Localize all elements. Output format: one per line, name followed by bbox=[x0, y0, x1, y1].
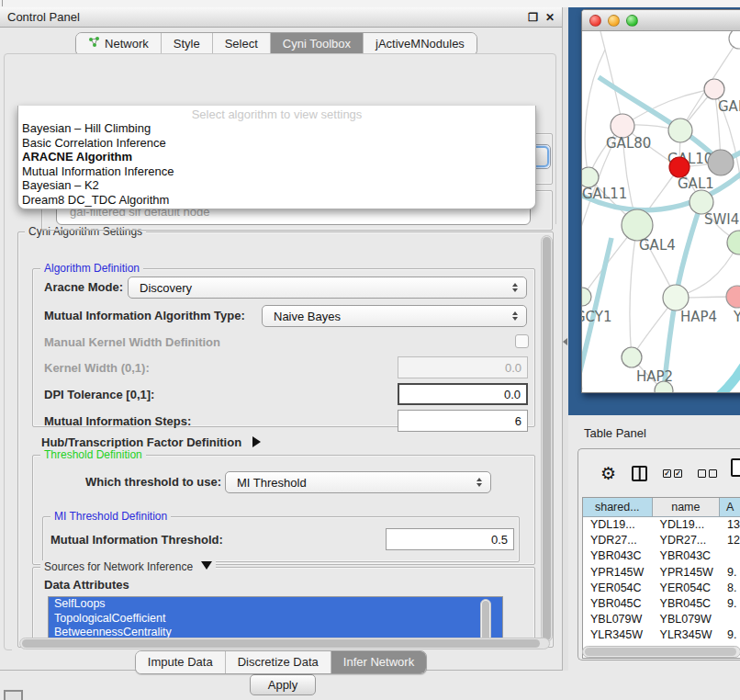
mi-steps-field[interactable]: 6 bbox=[398, 410, 528, 432]
network-node-hap2[interactable] bbox=[622, 347, 642, 367]
table-cell: 13 bbox=[720, 517, 740, 533]
algorithm-option[interactable]: Mutual Information Inference bbox=[18, 164, 535, 179]
close-icon[interactable]: ✕ bbox=[545, 12, 555, 23]
network-node-gal[interactable] bbox=[704, 79, 724, 99]
table-cell: 8. bbox=[720, 581, 740, 596]
which-threshold-value: MI Threshold bbox=[237, 476, 307, 490]
dpi-tolerance-field[interactable]: 0.0 bbox=[398, 383, 528, 405]
network-window-titlebar[interactable] bbox=[582, 10, 740, 31]
table-row[interactable]: YBR043CYBR043C bbox=[583, 548, 740, 564]
column-header[interactable]: shared... bbox=[583, 498, 653, 516]
table-row[interactable]: YER054CYER054C8. bbox=[583, 581, 740, 596]
tab-label: Style bbox=[174, 37, 200, 51]
table-cell: YPR145W bbox=[653, 565, 721, 581]
mi-type-combobox[interactable]: Naive Bayes bbox=[262, 305, 527, 327]
tab-style[interactable]: Style bbox=[161, 33, 212, 55]
tab-network[interactable]: Network bbox=[76, 33, 161, 55]
table-cell: 12 bbox=[720, 533, 740, 548]
network-edge[interactable] bbox=[630, 225, 637, 357]
network-node-hap4[interactable] bbox=[663, 285, 689, 310]
close-traffic-icon[interactable] bbox=[589, 15, 601, 27]
column-header[interactable]: A bbox=[720, 498, 740, 516]
network-node-y[interactable] bbox=[726, 286, 740, 308]
expand-right-icon[interactable] bbox=[252, 436, 261, 447]
algorithm-option[interactable]: Dream8 DC_TDC Algorithm bbox=[18, 193, 535, 208]
partial-icon[interactable] bbox=[4, 690, 23, 700]
tab-impute-data[interactable]: Impute Data bbox=[136, 651, 225, 673]
network-node-gal4[interactable] bbox=[622, 209, 653, 241]
node-label: HAP4 bbox=[680, 309, 717, 325]
algorithm-definition-groupbox: Algorithm Definition Aracne Mode: Discov… bbox=[32, 268, 535, 427]
deselect-all-icon[interactable] bbox=[698, 469, 717, 478]
combo-arrows-icon bbox=[512, 311, 518, 321]
table-row[interactable]: YPR145WYPR145W9. bbox=[583, 565, 740, 581]
network-graph-canvas[interactable]: GALGAL80GAL10GAL1GAL11SWI4GAL4GCY1HAP4YH… bbox=[582, 31, 740, 393]
network-edge[interactable] bbox=[700, 355, 740, 393]
hub-definition-label[interactable]: Hub/Transcription Factor Definition bbox=[41, 435, 261, 449]
sources-title[interactable]: Sources for Network Inference bbox=[40, 560, 216, 573]
network-node[interactable] bbox=[708, 150, 734, 175]
node-label: GAL80 bbox=[606, 135, 651, 152]
network-node-gal10[interactable] bbox=[668, 119, 692, 142]
settings-horizontal-scrollbar[interactable] bbox=[19, 638, 550, 649]
bottom-tabbar: Impute DataDiscretize DataInfer Network bbox=[0, 650, 562, 674]
dpi-tolerance-value: 0.0 bbox=[504, 388, 521, 401]
mi-threshold-label: Mutual Information Threshold: bbox=[50, 533, 223, 547]
table-row[interactable]: YLR345WYLR345W9. bbox=[583, 627, 740, 643]
manual-kernel-label: Manual Kernel Width Definition bbox=[44, 335, 220, 349]
table-header[interactable]: shared...nameA bbox=[583, 498, 740, 517]
attribute-list-item[interactable]: SelfLoops bbox=[49, 597, 502, 612]
float-icon[interactable]: ❐ bbox=[528, 12, 538, 23]
tab-select[interactable]: Select bbox=[212, 33, 270, 55]
tab-infer-network[interactable]: Infer Network bbox=[331, 651, 426, 673]
algorithm-option[interactable]: Bayesian – Hill Climbing bbox=[18, 121, 535, 136]
attribute-list-item[interactable]: TopologicalCoefficient bbox=[49, 612, 502, 627]
new-table-icon[interactable] bbox=[731, 458, 740, 477]
data-attributes-label: Data Attributes bbox=[44, 578, 129, 592]
algorithm-option[interactable]: ARACNE Algorithm bbox=[18, 150, 535, 164]
table-row[interactable]: YBR045CYBR045C9. bbox=[583, 596, 740, 612]
tab-discretize-data[interactable]: Discretize Data bbox=[225, 651, 331, 673]
collapse-down-icon[interactable] bbox=[201, 561, 212, 570]
algorithm-option[interactable]: Basic Correlation Inference bbox=[18, 136, 535, 151]
network-edge[interactable] bbox=[585, 50, 605, 177]
minimize-traffic-icon[interactable] bbox=[608, 15, 620, 27]
network-view-window[interactable]: GALGAL80GAL10GAL1GAL11SWI4GAL4GCY1HAP4YH… bbox=[581, 9, 740, 393]
which-threshold-combobox[interactable]: MI Threshold bbox=[225, 471, 491, 493]
mi-threshold-field[interactable]: 0.5 bbox=[386, 528, 514, 550]
node-table[interactable]: shared...nameA YDL19...YDL19...13YDR27..… bbox=[582, 497, 740, 659]
aracne-mode-combobox[interactable]: Discovery bbox=[128, 277, 527, 299]
network-node[interactable] bbox=[727, 231, 740, 254]
table-cell bbox=[720, 612, 740, 627]
table-row[interactable]: YBL079WYBL079W bbox=[583, 612, 740, 627]
tab-jactivemnodules[interactable]: jActiveMNodules bbox=[363, 33, 477, 55]
network-node-gal11[interactable] bbox=[582, 167, 599, 187]
which-threshold-label: Which threshold to use: bbox=[85, 475, 221, 489]
tab-cyni-toolbox[interactable]: Cyni Toolbox bbox=[270, 33, 363, 55]
table-row[interactable]: YDL19...YDL19...13 bbox=[583, 517, 740, 533]
algorithm-option[interactable]: Bayesian – K2 bbox=[18, 178, 535, 193]
table-row[interactable]: YDR27...YDR27...12 bbox=[583, 533, 740, 548]
columns-icon[interactable] bbox=[632, 466, 647, 481]
mi-threshold-groupbox: MI Threshold Definition Mutual Informati… bbox=[42, 516, 520, 562]
network-node[interactable] bbox=[729, 31, 740, 49]
column-header[interactable]: name bbox=[653, 498, 721, 516]
mi-type-label: Mutual Information Algorithm Type: bbox=[44, 309, 245, 322]
select-all-icon[interactable]: ✓✓ bbox=[663, 469, 682, 478]
kernel-width-field[interactable]: 0.0 bbox=[398, 356, 528, 378]
gear-icon[interactable]: ⚙ bbox=[600, 465, 616, 482]
table-cell: YBR043C bbox=[653, 548, 721, 564]
mi-threshold-value: 0.5 bbox=[491, 533, 508, 547]
manual-kernel-checkbox[interactable] bbox=[515, 334, 529, 348]
settings-vertical-scrollbar[interactable] bbox=[541, 235, 553, 642]
mi-steps-value: 6 bbox=[515, 414, 521, 428]
network-node-gal1[interactable] bbox=[669, 157, 690, 177]
apply-button[interactable]: Apply bbox=[250, 674, 316, 695]
zoom-traffic-icon[interactable] bbox=[626, 15, 638, 27]
splitter-collapse-icon[interactable] bbox=[563, 338, 567, 345]
network-node-gcy1[interactable] bbox=[582, 288, 591, 306]
node-label: GAL bbox=[718, 98, 740, 115]
table-cell: 9. bbox=[720, 627, 740, 643]
table-horizontal-scrollbar[interactable] bbox=[582, 646, 740, 658]
aracne-mode-label: Aracne Mode: bbox=[44, 280, 123, 294]
